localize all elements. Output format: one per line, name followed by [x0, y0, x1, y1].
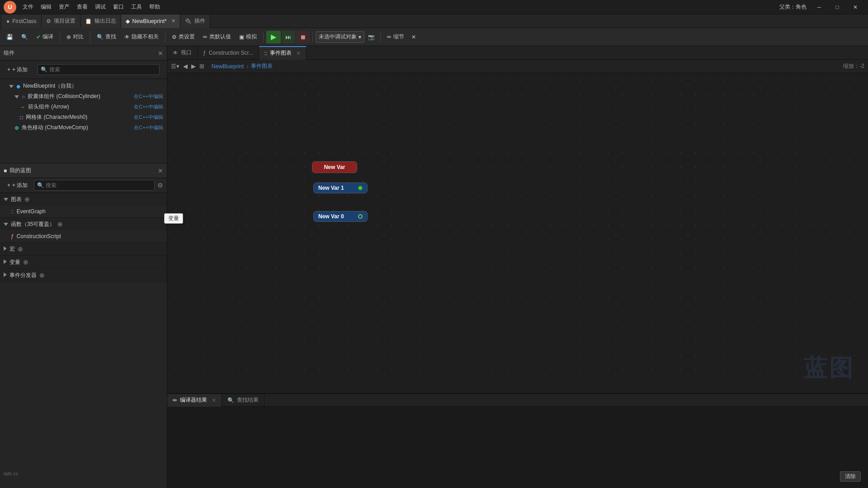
new-var-label: New Var: [324, 164, 345, 170]
bp-section-functions-header[interactable]: 函数（35可覆盖） ⊕: [0, 218, 167, 230]
menu-asset[interactable]: 资产: [56, 2, 72, 12]
graph-canvas[interactable]: New Var New Var 1 New Var 0: [167, 73, 868, 393]
add-bp-button[interactable]: + + 添加: [4, 180, 31, 191]
pencil-icon: ✏: [387, 34, 392, 40]
eventgraph-tab-label: 事件图表: [270, 49, 292, 57]
step-button[interactable]: ⏭: [282, 31, 295, 43]
menu-edit[interactable]: 编辑: [38, 2, 54, 12]
compiler-tab-label: 编译器结果: [180, 396, 207, 404]
comp-item-capsule[interactable]: ○ 胶囊体组件 (CollisionCylinder) 在C++中编辑: [0, 91, 167, 102]
view-tab-viewport[interactable]: 👁 视口: [167, 46, 198, 60]
tab-project-label: 项目设置: [54, 17, 75, 25]
graphs-add-icon[interactable]: ⊕: [24, 196, 30, 203]
components-search-input[interactable]: [49, 66, 156, 73]
components-panel: 组件 ✕ + + 添加 🔍 ◆ NewBluepri: [0, 46, 167, 164]
close-button[interactable]: ✕: [846, 0, 864, 14]
bp-item-eventgraph[interactable]: :: EventGraph: [0, 206, 167, 217]
bp-settings-button[interactable]: ⚙: [157, 182, 163, 189]
comp-item-movement[interactable]: ⊕ 角色移动 (CharMoveComp) 在C++中编辑: [0, 122, 167, 133]
my-bp-close[interactable]: ✕: [158, 167, 163, 174]
tab-bp-close[interactable]: ✕: [171, 18, 175, 24]
add-component-button[interactable]: + + 添加: [4, 64, 31, 75]
tab-plugins[interactable]: 🔌 插件: [180, 14, 210, 28]
menu-window[interactable]: 窗口: [110, 2, 127, 12]
bp-section-macros-header[interactable]: 宏 ⊕: [0, 243, 167, 255]
tab-firstclass[interactable]: ● FirstClass: [2, 14, 42, 28]
comp-self-label: NewBlueprint（自我）: [23, 82, 77, 90]
main-toolbar: 💾 🔍 ✔ 编译 ⊕ 对比 🔍 查找 👁 隐藏不相关 ⚙ 类设置 ✏ 类默认值 …: [0, 28, 868, 46]
bp-item-constructionscript[interactable]: ƒ ConstructionScript: [0, 230, 167, 242]
comp-arrow-link[interactable]: 在C++中编辑: [134, 103, 163, 110]
search-button[interactable]: 🔍 查找: [93, 30, 120, 44]
compiler-tab-close[interactable]: ✕: [212, 397, 216, 404]
view-tab-construction[interactable]: ƒ Construction Scr...: [198, 46, 259, 60]
breadcrumb-root[interactable]: NewBlueprint: [212, 63, 244, 70]
tab-project-settings[interactable]: ⚙ 项目设置: [42, 14, 80, 28]
view-tab-eventgraph[interactable]: :: 事件图表 ✕: [259, 46, 307, 60]
variables-add-icon[interactable]: ⊕: [23, 258, 28, 266]
menu-help[interactable]: 帮助: [146, 2, 163, 12]
play-button[interactable]: ▶: [266, 31, 281, 43]
simulation-button[interactable]: ▣ 模拟: [236, 30, 260, 44]
maximize-button[interactable]: □: [828, 0, 846, 14]
node-new-var-0[interactable]: New Var 0: [313, 211, 368, 222]
node-new-var[interactable]: New Var: [312, 161, 357, 173]
macros-add-icon[interactable]: ⊕: [18, 245, 23, 253]
menu-bar[interactable]: 文件 编辑 资产 查看 调试 窗口 工具 帮助: [20, 2, 163, 12]
bottom-tab-compiler[interactable]: ✏ 编译器结果 ✕: [167, 394, 222, 407]
breadcrumb-separator: ›: [246, 63, 248, 70]
details-button[interactable]: ✏ 缩节: [383, 30, 408, 44]
details-close[interactable]: ✕: [409, 30, 419, 44]
comp-item-self[interactable]: ◆ NewBlueprint（自我）: [0, 81, 167, 91]
bp-forward-button[interactable]: ▶: [191, 63, 196, 70]
components-panel-close[interactable]: ✕: [158, 50, 163, 57]
camera-icon: 📷: [368, 34, 375, 40]
bp-section-dispatchers-header[interactable]: 事件分发器 ⊕: [0, 269, 167, 282]
comp-item-mesh[interactable]: □ 网格体 (CharacterMesh0) 在C++中编辑: [0, 112, 167, 122]
tab-bp-icon: ◆: [126, 18, 130, 24]
comp-movement-link[interactable]: 在C++中编辑: [134, 124, 163, 131]
class-settings-button[interactable]: ⚙ 类设置: [168, 30, 198, 44]
save-button[interactable]: 💾: [3, 30, 17, 44]
add-bp-label: + 添加: [12, 182, 28, 189]
compile-button[interactable]: ✔ 编译: [33, 30, 57, 44]
camera-button[interactable]: 📷: [365, 30, 377, 44]
bottom-tab-find[interactable]: 🔍 查找结果: [222, 394, 264, 407]
tab-newblueprint[interactable]: ◆ NewBlueprint* ✕: [121, 14, 180, 28]
tab-output-log[interactable]: 📋 输出日志: [80, 14, 121, 28]
comp-capsule-link[interactable]: 在C++中编辑: [134, 93, 163, 100]
stop-button[interactable]: ⏹: [296, 31, 310, 43]
find-in-cb-button[interactable]: 🔍: [18, 30, 32, 44]
comp-item-arrow[interactable]: → 箭头组件 (Arrow) 在C++中编辑: [0, 102, 167, 112]
hide-unrelated-button[interactable]: 👁 隐藏不相关: [121, 30, 162, 44]
bp-home-button[interactable]: ⊞: [199, 63, 204, 70]
defaults-button[interactable]: ✏ 类默认值: [199, 30, 235, 44]
comp-mesh-link[interactable]: 在C++中编辑: [134, 114, 163, 121]
comp-self-icon: ◆: [16, 83, 20, 89]
components-search[interactable]: 🔍: [38, 64, 160, 75]
bp-back-button[interactable]: ◀: [183, 63, 188, 70]
window-controls[interactable]: ─ □ ✕: [810, 0, 864, 14]
clear-button[interactable]: 清除: [840, 471, 861, 482]
my-bp-search-input[interactable]: [46, 182, 151, 188]
debug-dropdown[interactable]: 未选中调试对象 ▾: [316, 31, 364, 43]
my-bp-search[interactable]: 🔍: [34, 180, 155, 191]
eventgraph-tab-close[interactable]: ✕: [296, 50, 301, 56]
node-new-var-1[interactable]: New Var 1: [313, 183, 368, 193]
menu-file[interactable]: 文件: [20, 2, 36, 12]
dispatchers-add-icon[interactable]: ⊕: [39, 272, 45, 279]
diff-button[interactable]: ⊕ 对比: [63, 30, 87, 44]
dispatchers-expand-icon: [4, 272, 7, 278]
bp-section-graphs-header[interactable]: 图表 ⊕: [0, 193, 167, 206]
minimize-button[interactable]: ─: [810, 0, 828, 14]
new-var1-header: New Var 1: [314, 183, 367, 193]
menu-tools[interactable]: 工具: [128, 2, 145, 12]
menu-view[interactable]: 查看: [74, 2, 90, 12]
breadcrumb-current[interactable]: 事件图表: [251, 62, 273, 70]
dispatchers-title: 事件分发器: [9, 272, 37, 279]
functions-add-icon[interactable]: ⊕: [57, 221, 63, 228]
bp-section-variables-header[interactable]: 变量 ⊕: [0, 256, 167, 268]
bp-mode-dropdown[interactable]: ☰▾: [171, 63, 179, 70]
menu-debug[interactable]: 调试: [92, 2, 108, 12]
brand-watermark: tafe.cc: [4, 471, 18, 476]
